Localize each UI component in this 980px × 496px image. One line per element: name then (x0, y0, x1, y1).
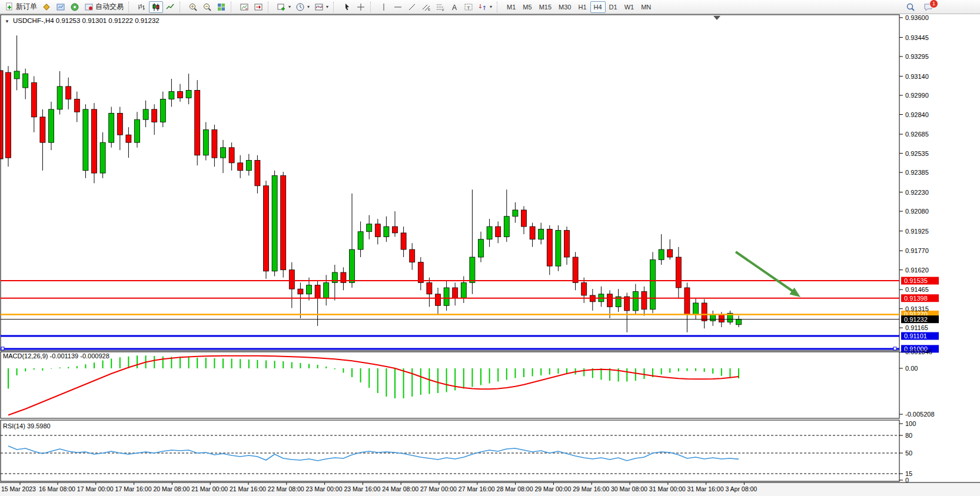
data-window-button[interactable] (54, 1, 68, 13)
chart-title: USDCHF-,H4 0.91253 0.91301 0.91222 0.912… (13, 17, 160, 24)
vertical-line-button[interactable] (377, 1, 391, 13)
hline-handle[interactable] (1, 347, 4, 350)
candle-up (307, 285, 312, 294)
candle-up (100, 142, 105, 173)
time-tick-label: 30 Mar 08:00 (611, 485, 647, 492)
crosshair-button[interactable] (354, 1, 368, 13)
candle-down (436, 294, 441, 305)
chart-window: 0.915350.913980.912700.912320.911010.910… (0, 14, 980, 496)
axis-tick-label: 0.91165 (905, 324, 928, 331)
new-chart-button[interactable]: ▾ (274, 1, 293, 13)
axis-tick-label: 0.93295 (905, 53, 929, 60)
candle-down (117, 113, 122, 135)
candle-down (453, 288, 458, 298)
doc-plus-icon (5, 2, 14, 12)
search-button[interactable] (903, 1, 918, 13)
line-chart-button[interactable] (163, 1, 177, 13)
price-axis[interactable]: 0.936000.934450.932950.931400.929900.928… (899, 14, 935, 484)
candle-down (289, 270, 294, 289)
candle-up (650, 259, 656, 309)
horizontal-line-button[interactable] (391, 1, 405, 13)
hline-handle[interactable] (893, 347, 896, 350)
candle-down (418, 262, 423, 283)
indicators-button[interactable]: ▾ (312, 1, 331, 13)
equidistant-channel-button[interactable]: E (419, 1, 433, 13)
auto-arrange-button[interactable] (237, 1, 251, 13)
tile-windows-button[interactable] (214, 1, 228, 13)
timeframe-m30-button[interactable]: M30 (555, 1, 574, 13)
axis-tick-label: 0.92840 (905, 111, 929, 118)
time-tick-label: 21 Mar 16:00 (230, 485, 266, 492)
candle-down (152, 109, 157, 122)
candle-up (203, 130, 208, 155)
candle-up (221, 148, 226, 158)
axis-tick-label: 0.93445 (905, 34, 929, 41)
macd-axis-label: 0.001846 (905, 348, 932, 355)
timeframe-mn-button[interactable]: MN (637, 1, 655, 13)
timeframe-w1-button[interactable]: W1 (621, 1, 638, 13)
candle-up (444, 288, 449, 305)
candle-down (607, 294, 613, 307)
candle-down (6, 72, 11, 158)
text-button[interactable]: A (447, 1, 461, 13)
toolbar-separator (370, 2, 375, 12)
bar-chart-button[interactable] (135, 1, 149, 13)
text-label-button[interactable]: T (461, 1, 476, 13)
hline-icon (393, 2, 403, 12)
timeframe-m1-button[interactable]: M1 (503, 1, 519, 13)
clipped-candle (0, 71, 3, 159)
candle-up (169, 92, 174, 99)
axis-tick-label: 0.91315 (905, 305, 929, 312)
toolbar-separator (333, 2, 338, 12)
toolbar-separator (180, 2, 184, 12)
one-click-expand-icon[interactable]: ▼ (5, 19, 9, 24)
navigator-button[interactable] (68, 1, 82, 13)
candle-down (178, 92, 183, 98)
toolbar-separator (231, 2, 235, 12)
autotrading-button-label: 自动交易 (95, 2, 124, 12)
candlestick-chart-button[interactable] (149, 1, 163, 13)
candle-up (693, 303, 699, 314)
candle-up (736, 319, 742, 325)
candle-up (135, 119, 140, 142)
periods-button[interactable]: ▾ (293, 1, 312, 13)
chart-shift-button[interactable] (251, 1, 265, 13)
candle-up (143, 109, 148, 119)
fibonacci-button[interactable]: F (433, 1, 447, 13)
arrows-button[interactable]: ▾ (476, 1, 494, 13)
indicators-icon (314, 2, 324, 12)
zoom-in-button[interactable] (186, 1, 200, 13)
candle-up (384, 227, 389, 237)
timeframe-m5-button[interactable]: M5 (519, 1, 535, 13)
timeframe-d1-button[interactable]: D1 (606, 1, 621, 13)
timeframe-m15-button[interactable]: M15 (536, 1, 555, 13)
candle-down (281, 175, 286, 269)
notifications-button[interactable]: 1 (921, 1, 935, 13)
dropdown-caret-icon: ▾ (288, 4, 291, 9)
market-watch-button[interactable] (39, 1, 54, 13)
candle-down (31, 82, 36, 116)
timeframe-h1-button[interactable]: H1 (574, 1, 590, 13)
fibonacci-icon: F (436, 2, 445, 12)
zoom-out-button[interactable] (200, 1, 214, 13)
candle-down (238, 163, 243, 171)
text-a-icon: A (450, 2, 459, 12)
trendline-button[interactable] (405, 1, 419, 13)
cursor-button[interactable] (340, 1, 354, 13)
svg-text:T: T (467, 5, 470, 10)
candle-up (57, 86, 62, 109)
main-toolbar: 新订单自动交易▾▾▾EFAT▾M1M5M15M30H1H4D1W1MN1 (0, 0, 980, 14)
search-icon (906, 2, 915, 12)
macd-axis-label: 0.00 (905, 365, 918, 372)
autotrading-button[interactable]: 自动交易 (82, 1, 126, 13)
time-tick-label: 29 Mar 16:00 (573, 485, 609, 492)
trendline-icon (407, 2, 417, 12)
candle-up (470, 257, 475, 282)
new-order-button[interactable]: 新订单 (2, 1, 39, 13)
macd-indicator-label: MACD(12,26,9) -0.001139 -0.000928 (3, 352, 109, 359)
candle-down (212, 130, 217, 158)
macd-axis-label: -0.005208 (905, 411, 935, 418)
candle-down (66, 86, 71, 99)
timeframe-h4-button[interactable]: H4 (590, 1, 606, 13)
new-chart-icon (277, 2, 286, 12)
